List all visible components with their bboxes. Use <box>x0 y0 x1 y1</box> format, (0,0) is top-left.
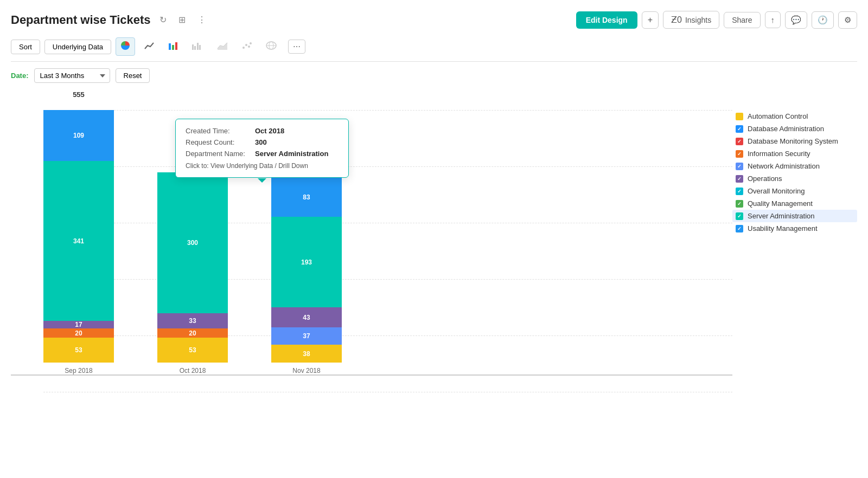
svg-point-11 <box>250 42 252 44</box>
grouped-bar-icon <box>192 41 203 50</box>
legend-color-operations: ✓ <box>736 175 743 183</box>
toolbar-more-button[interactable]: ⋯ <box>288 40 305 54</box>
svg-rect-3 <box>192 44 194 50</box>
legend-check-usability-mgmt: ✓ <box>737 226 742 231</box>
svg-rect-5 <box>197 43 199 50</box>
chart-area: 555 53 20 17 341 109 Sep 2018 <box>11 94 857 419</box>
sort-button[interactable]: Sort <box>11 40 40 54</box>
svg-point-8 <box>242 47 245 49</box>
legend-label-operations: Operations <box>748 175 782 183</box>
scatter-icon <box>241 41 252 50</box>
bar-label-nov: Nov 2018 <box>292 367 320 374</box>
insights-icon: Ƶ0 <box>671 15 682 25</box>
line-icon <box>144 41 155 50</box>
bar-segment-server-oct-highlighted: 300 <box>157 172 228 313</box>
chart-type-line[interactable] <box>139 38 159 55</box>
share-button[interactable]: Share <box>724 12 760 28</box>
page: Department wise Tickets ↻ ⊞ ⋮ Edit Desig… <box>0 0 868 478</box>
legend-check-db-monitoring: ✓ <box>737 139 742 144</box>
header-right: Edit Design + Ƶ0 Insights Share ↑ 💬 🕐 ⚙ <box>576 11 857 29</box>
bar-segment-usability-sep: 109 <box>43 110 114 161</box>
chart-type-area[interactable] <box>212 38 233 55</box>
settings-button[interactable]: ⚙ <box>838 11 857 29</box>
insights-label: Insights <box>685 16 711 24</box>
bar-stack-nov[interactable]: 405 38 37 43 193 83 <box>271 173 342 363</box>
tooltip-request-count-row: Request Count: 300 <box>186 138 339 146</box>
bar-group-nov: 405 38 37 43 193 83 Nov 2018 <box>271 173 342 374</box>
bar-segment-network-nov: 37 <box>271 327 342 345</box>
legend-item-db-admin[interactable]: ✓ Database Administration <box>732 122 857 135</box>
export-button[interactable]: ↑ <box>765 11 781 28</box>
legend-item-server-admin[interactable]: ✓ Server Administration <box>732 210 857 222</box>
legend-label-db-admin: Database Administration <box>748 125 824 133</box>
chart-type-grouped-bar[interactable] <box>187 38 208 55</box>
comment-button[interactable]: 💬 <box>785 11 807 29</box>
date-filter-label: Date: <box>11 72 29 80</box>
legend-color-automation <box>736 113 743 120</box>
bar-segment-usability-nov: 83 <box>271 178 342 217</box>
legend-label-quality-mgmt: Quality Management <box>748 199 813 208</box>
page-title: Department wise Tickets <box>11 13 151 27</box>
bar-segment-server-sep: 341 <box>43 161 114 321</box>
tooltip-request-count-key: Request Count: <box>186 138 251 146</box>
chart-type-scatter[interactable] <box>237 38 257 55</box>
insights-button[interactable]: Ƶ0 Insights <box>663 11 719 29</box>
tooltip-department-row: Department Name: Server Administration <box>186 150 339 158</box>
bar-segment-automation-nov: 38 <box>271 345 342 363</box>
legend-item-automation[interactable]: Automation Control <box>732 110 857 122</box>
legend-check-quality-mgmt: ✓ <box>737 201 742 206</box>
svg-rect-6 <box>199 45 201 50</box>
underlying-data-button[interactable]: Underlying Data <box>44 40 111 54</box>
legend-item-db-monitoring[interactable]: ✓ Database Monitoring System <box>732 135 857 147</box>
header: Department wise Tickets ↻ ⊞ ⋮ Edit Desig… <box>11 11 857 29</box>
legend-item-operations[interactable]: ✓ Operations <box>732 172 857 185</box>
table-view-button[interactable]: ⊞ <box>175 12 189 27</box>
chart-type-pie[interactable] <box>116 37 135 56</box>
bar-icon <box>168 41 178 50</box>
legend-label-info-security: Information Security <box>748 150 810 158</box>
area-icon <box>216 41 228 50</box>
bar-segment-ops-sep: 17 <box>43 321 114 328</box>
add-button[interactable]: + <box>642 11 659 29</box>
bar-label-oct: Oct 2018 <box>180 367 206 374</box>
legend-label-automation: Automation Control <box>748 112 808 120</box>
chart-toolbar: Sort Underlying Data <box>11 37 857 62</box>
bar-stack-sep[interactable]: 555 53 20 17 341 109 <box>43 102 114 363</box>
bar-segment-automation-oct: 53 <box>157 338 228 363</box>
refresh-button[interactable]: ↻ <box>156 12 170 27</box>
date-filter-select[interactable]: Last 3 Months Last 6 Months Last 12 Mont… <box>34 68 110 83</box>
legend-check-overall-monitoring: ✓ <box>737 189 742 194</box>
legend-item-usability-mgmt[interactable]: ✓ Usability Management <box>732 222 857 235</box>
bar-segment-server-nov: 193 <box>271 217 342 307</box>
header-left: Department wise Tickets ↻ ⊞ ⋮ <box>11 12 209 27</box>
svg-point-9 <box>245 44 247 46</box>
bar-segment-infosec-sep: 20 <box>43 328 114 338</box>
legend-item-info-security[interactable]: ✓ Information Security <box>732 147 857 160</box>
bar-segment-ops-oct: 33 <box>157 313 228 328</box>
tooltip-created-time-row: Created Time: Oct 2018 <box>186 127 339 135</box>
edit-design-button[interactable]: Edit Design <box>576 11 637 29</box>
filters-bar: Date: Last 3 Months Last 6 Months Last 1… <box>11 68 857 83</box>
svg-rect-2 <box>175 42 177 50</box>
tooltip-request-count-val: 300 <box>255 138 267 146</box>
legend-label-network-admin: Network Administration <box>748 162 820 170</box>
tooltip-created-time-val: Oct 2018 <box>255 127 284 135</box>
more-options-button[interactable]: ⋮ <box>194 12 209 27</box>
legend-item-quality-mgmt[interactable]: ✓ Quality Management <box>732 197 857 210</box>
legend-color-db-monitoring: ✓ <box>736 138 743 145</box>
legend-check-network-admin: ✓ <box>737 164 742 169</box>
chart-type-bar[interactable] <box>163 38 183 55</box>
legend-label-usability-mgmt: Usability Management <box>748 224 818 232</box>
legend-label-db-monitoring: Database Monitoring System <box>748 137 838 145</box>
legend-panel: Automation Control ✓ Database Administra… <box>732 94 857 419</box>
legend-item-overall-monitoring[interactable]: ✓ Overall Monitoring <box>732 185 857 197</box>
legend-check-operations: ✓ <box>737 176 742 182</box>
legend-color-network-admin: ✓ <box>736 163 743 170</box>
history-button[interactable]: 🕐 <box>812 11 834 29</box>
legend-item-network-admin[interactable]: ✓ Network Administration <box>732 160 857 172</box>
reset-button[interactable]: Reset <box>116 68 150 83</box>
legend-check-server-admin: ✓ <box>737 214 742 219</box>
bar-label-sep: Sep 2018 <box>65 367 92 374</box>
chart-type-geo[interactable] <box>261 38 282 55</box>
legend-color-usability-mgmt: ✓ <box>736 225 743 232</box>
